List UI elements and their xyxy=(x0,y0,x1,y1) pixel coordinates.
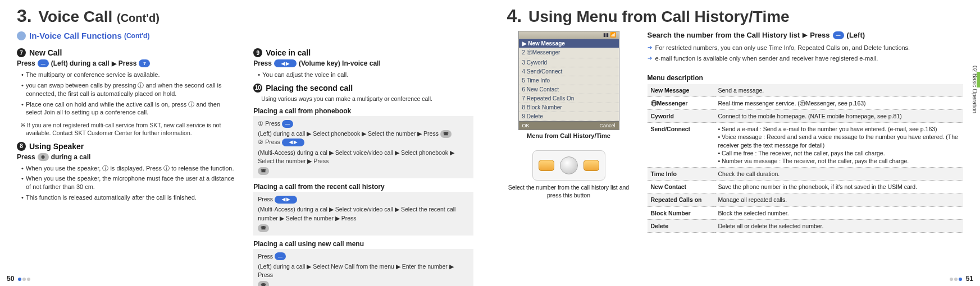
phone-caption-1: Menu from Call History/Time xyxy=(507,132,631,139)
recent-history-row: Press ◀ ▶ (Multi-Access) during a cal ▶ … xyxy=(258,195,468,232)
box-text: (Multi-Access) during a cal ▶ Select voi… xyxy=(258,205,468,222)
row-label: Repeated Calls on xyxy=(648,193,715,206)
left-two-columns: 7 New Call Press — (Left) during a call … xyxy=(17,45,473,286)
recent-history-title: Placing a call from the recent call hist… xyxy=(253,183,473,191)
num7-icon: 7 xyxy=(17,48,26,57)
search-instruction: Search the number from the Call History … xyxy=(648,31,964,39)
right-title-text: Using Menu from Call History/Time xyxy=(528,8,790,25)
row-label: Block Number xyxy=(648,206,715,219)
heading-new-call: 7 New Call xyxy=(17,48,236,57)
instr-text: (Volume key) In-voice call xyxy=(299,59,381,67)
page-num-value: 51 xyxy=(966,275,973,283)
row-label: Send/Connect xyxy=(648,123,715,168)
voice-in-call-bullet: You can adjust the voice in call. xyxy=(253,71,473,79)
num10-icon: 10 xyxy=(253,84,262,93)
instr-text: Press xyxy=(253,59,272,67)
instr-text: (Left) during a call xyxy=(51,59,110,67)
section-heading-contd: (Cont'd) xyxy=(124,32,150,40)
speaker-bullets: When you use the speaker, ⓘ is displayed… xyxy=(17,164,236,202)
softkey-left-icon: — xyxy=(38,59,49,67)
table-row: DeleteDelete all or delete the selected … xyxy=(648,219,964,232)
speaker-key-icon: ◉ xyxy=(38,153,49,161)
instr-text: Press xyxy=(17,59,35,67)
heading-voice-in-call: 9 Voice in call xyxy=(253,48,473,57)
voice-in-call-instruction: Press ◀ ▶ (Volume key) In-voice call xyxy=(253,59,473,67)
box-text: Press xyxy=(258,195,273,204)
multi-access-key-icon: ◀ ▶ xyxy=(282,139,304,146)
page-num-value: 50 xyxy=(7,275,14,283)
right-layout: ▮▮ 📶 ▶ New Message 2 ⓜMessenger 3 Cyworl… xyxy=(507,31,964,233)
search-text: Search the number from the Call History … xyxy=(648,31,800,39)
bullet-item: Place one call on hold and while the act… xyxy=(21,100,236,117)
table-row: Repeated Calls onManage all repeated cal… xyxy=(648,193,964,206)
phone-menu-item: 4 Send/Connect xyxy=(519,67,619,76)
call-key-icon: ☎ xyxy=(258,167,269,175)
key-7-icon: 7 xyxy=(139,59,150,67)
row-desc: Connect to the mobile homepage. (NATE mo… xyxy=(715,110,964,123)
row-label: New Message xyxy=(648,84,715,97)
phonebook-title: Placing a call from phonebook xyxy=(253,107,473,115)
phone-menu-header: ▶ New Message xyxy=(519,39,619,48)
phonebook-row-2: ② Press ◀ ▶ (Multi-Access) during a cal … xyxy=(258,138,468,175)
heading-second-call: 10 Placing the second call xyxy=(253,84,473,93)
phone-menu-item: 5 Time Info xyxy=(519,76,619,85)
heading-using-speaker: 8 Using Speaker xyxy=(17,142,236,151)
num8-icon: 8 xyxy=(17,142,26,151)
row-label: New Contact xyxy=(648,181,715,193)
bullet-item: This function is released automatically … xyxy=(21,193,236,202)
row-desc: • Send a e-mail : Send a e-mail to the n… xyxy=(715,123,964,168)
speaker-instruction: Press ◉ during a call xyxy=(17,153,236,161)
num9-icon: 9 xyxy=(253,48,262,57)
row-label: Cyworld xyxy=(648,110,715,123)
phone-soft-right: Cancel xyxy=(599,123,615,128)
phone-softkeys: OK Cancel xyxy=(519,121,619,130)
box-text: (Left) during a call ▶ Select phonebook … xyxy=(258,130,439,138)
table-row: New MessageSend a message. xyxy=(648,84,964,97)
side-tab-accent-icon xyxy=(977,72,980,87)
multi-access-key-icon: ◀ ▶ xyxy=(275,196,297,204)
instr-text: during a call xyxy=(51,153,91,161)
row-label: Delete xyxy=(648,219,715,232)
info-bullet: e-mail function is available only when s… xyxy=(648,54,964,63)
bullet-item: When you use the speaker, ⓘ is displayed… xyxy=(21,164,236,173)
search-text: Press xyxy=(810,31,829,39)
heading-using-speaker-text: Using Speaker xyxy=(29,142,84,151)
box-text: ② Press xyxy=(258,138,280,146)
keypad-right-icon xyxy=(584,160,599,171)
phone-statusbar: ▮▮ 📶 xyxy=(519,31,619,39)
phonebook-box: ① Press — (Left) during a call ▶ Select … xyxy=(253,116,473,178)
call-key-icon: ☎ xyxy=(440,130,452,138)
page-dots-icon xyxy=(17,275,31,283)
row-desc: Send a message. xyxy=(715,84,964,97)
call-key-icon: ☎ xyxy=(258,281,269,286)
phone-keypad xyxy=(532,150,605,181)
phone-panel: ▮▮ 📶 ▶ New Message 2 ⓜMessenger 3 Cyworl… xyxy=(507,31,631,233)
left-col-2: 9 Voice in call Press ◀ ▶ (Volume key) I… xyxy=(253,45,473,286)
section-heading: In-Voice Call Functions (Cont'd) xyxy=(17,31,473,40)
row-desc: Check the call duration. xyxy=(715,168,964,181)
phone-menu-item: 7 Repeated Calls On xyxy=(519,94,619,103)
softkey-left-icon: — xyxy=(282,120,293,128)
bullet-item: When you use the speaker, the microphone… xyxy=(21,174,236,191)
arrow-icon: ▶ xyxy=(803,31,807,39)
search-text: (Left) xyxy=(847,31,865,39)
heading-new-call-text: New Call xyxy=(29,48,62,57)
right-main-title: 4. Using Menu from Call History/Time xyxy=(507,6,964,26)
phone-menu-item: 6 New Contact xyxy=(519,85,619,94)
keypad-left-icon xyxy=(539,160,554,171)
instr-text: Press xyxy=(17,153,35,161)
row-desc: Delete all or delete the selected number… xyxy=(715,219,964,232)
phone-soft-left: OK xyxy=(522,123,530,128)
volume-key-icon: ◀ ▶ xyxy=(274,59,297,67)
phone-menu-item: 2 ⓜMessenger xyxy=(519,48,619,58)
section-bullet-icon xyxy=(17,31,26,40)
table-row: Block NumberBlock the selected number. xyxy=(648,206,964,219)
phone-caption-2: Select the number from the call history … xyxy=(507,184,631,199)
page-number-right: 51 xyxy=(949,275,973,283)
phone-menu-item: 8 Block Number xyxy=(519,103,619,112)
row-desc: Real-time messenger service. (ⓜMessenger… xyxy=(715,96,964,109)
page-number-left: 50 xyxy=(7,275,31,283)
bullet-item: You can adjust the voice in call. xyxy=(258,71,473,79)
new-call-menu-row: Press — (Left) during a call ▶ Select Ne… xyxy=(258,252,468,286)
recent-history-box: Press ◀ ▶ (Multi-Access) during a cal ▶ … xyxy=(253,192,473,236)
